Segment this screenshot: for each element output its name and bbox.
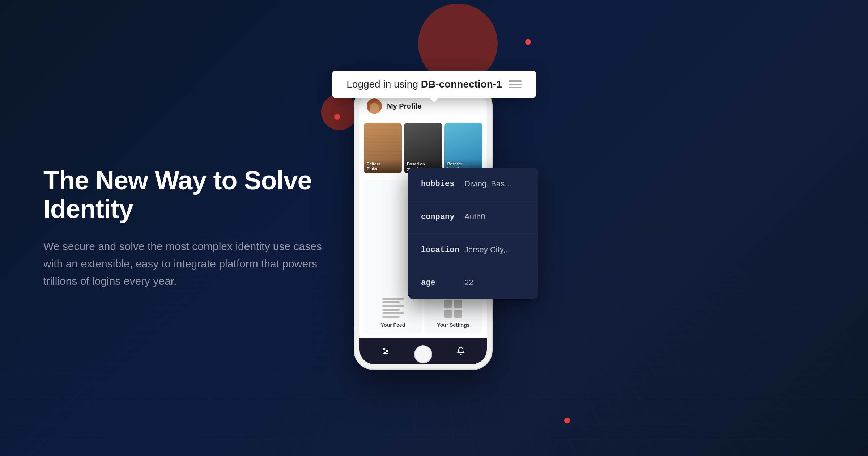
left-section: The New Way to Solve Identity We secure … [43,166,354,290]
interests-card[interactable]: Based onyour Interests [404,123,442,173]
svg-point-7 [384,352,386,354]
profile-row-age: age 22 [408,266,538,299]
profile-card: hobbies Diving, Bas... company Auth0 loc… [408,168,538,299]
location-label: location [421,245,464,254]
svg-point-6 [386,350,388,352]
connection-name: DB-connection-1 [421,79,502,90]
profile-row-company: company Auth0 [408,200,538,233]
app-title: My Profile [387,102,469,110]
profile-row-location: location Jersey City,... [408,233,538,266]
hobbies-value: Diving, Bas... [464,179,511,189]
hero-title: The New Way to Solve Identity [43,166,333,223]
phone-home-button[interactable] [414,345,432,363]
age-value: 22 [464,278,473,287]
company-value: Auth0 [464,212,485,221]
hobbies-label: hobbies [421,180,464,189]
main-content: The New Way to Solve Identity We secure … [0,0,868,456]
database-icon [509,79,522,89]
location-value: Jersey City,... [464,245,512,254]
profile-row-hobbies: hobbies Diving, Bas... [408,168,538,200]
avatar [367,98,382,114]
age-label: age [421,278,464,287]
svg-point-5 [383,348,385,350]
svg-point-0 [472,103,477,108]
your-settings-label: Your Settings [437,322,470,328]
avatar-figure [370,103,379,114]
hero-subtitle: We secure and solve the most complex ide… [43,238,333,290]
company-label: company [421,212,464,221]
search-icon[interactable] [469,101,480,111]
editors-picks-label: EditorsPicks [364,160,402,173]
svg-line-1 [476,108,478,110]
tooltip-text: Logged in using DB-connection-1 [346,79,502,90]
your-feed-label: Your Feed [381,322,405,328]
feed-icon [382,298,404,318]
sliders-icon[interactable] [378,344,393,358]
editors-picks-card[interactable]: EditorsPicks [364,123,402,173]
location-card[interactable]: Best forLocation [444,123,482,173]
bell-icon[interactable] [454,344,468,358]
login-tooltip: Logged in using DB-connection-1 [332,71,536,98]
settings-icon [444,300,463,318]
